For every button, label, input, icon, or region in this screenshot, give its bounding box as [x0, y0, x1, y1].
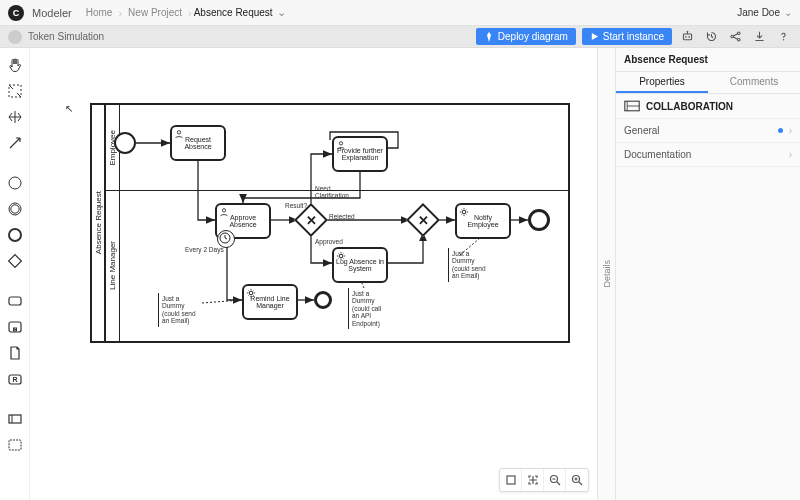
chevron-down-icon[interactable]: ⌄: [277, 6, 286, 19]
svg-point-36: [339, 254, 342, 257]
properties-row-general[interactable]: General ›: [616, 119, 800, 143]
pool-label: Absence Request: [92, 105, 106, 341]
group-tool[interactable]: [6, 436, 24, 454]
svg-point-1: [685, 36, 687, 38]
bpmn-annotation-log[interactable]: Just a Dummy (could call an API Endpoint…: [348, 288, 392, 329]
robot-task-tool[interactable]: R: [6, 370, 24, 388]
lane-manager-label: Line Manager: [106, 190, 120, 341]
bpmn-task-request-absence[interactable]: Request Absence: [170, 125, 226, 161]
row-label: Documentation: [624, 149, 691, 160]
deploy-diagram-button[interactable]: Deploy diagram: [476, 28, 576, 45]
reset-viewport-button[interactable]: [500, 469, 522, 491]
bpmn-end-event-remind[interactable]: [314, 291, 332, 309]
svg-line-44: [579, 482, 582, 485]
user-task-icon: [219, 207, 229, 217]
edge-label-need-clarification: Need Clarification: [315, 185, 355, 199]
svg-point-2: [688, 36, 690, 38]
svg-point-38: [249, 291, 252, 294]
lasso-tool[interactable]: [6, 82, 24, 100]
task-tool[interactable]: [6, 292, 24, 310]
space-tool[interactable]: [6, 108, 24, 126]
svg-line-41: [557, 482, 560, 485]
bpmn-start-event[interactable]: [114, 132, 136, 154]
deploy-label: Deploy diagram: [498, 31, 568, 42]
bpmn-task-provide-explanation[interactable]: Provide further Explanation: [332, 136, 388, 172]
help-icon[interactable]: [774, 28, 792, 46]
details-tab-label: Details: [602, 260, 612, 288]
svg-point-13: [9, 229, 21, 241]
pool-tool[interactable]: [6, 410, 24, 428]
user-menu[interactable]: Jane Doe ⌄: [737, 7, 792, 18]
subprocess-tool[interactable]: [6, 318, 24, 336]
svg-point-33: [339, 142, 342, 145]
edge-label-every-2-days: Every 2 Days: [185, 246, 224, 253]
tab-comments[interactable]: Comments: [708, 72, 800, 93]
svg-point-7: [737, 38, 740, 41]
bpmn-annotation-notify[interactable]: Just a Dummy (could send an Email): [448, 248, 492, 282]
share-icon[interactable]: [726, 28, 744, 46]
zoom-out-button[interactable]: [544, 469, 566, 491]
svg-text:R: R: [12, 376, 17, 383]
intermediate-event-tool[interactable]: [6, 200, 24, 218]
chevron-down-icon: ⌄: [784, 7, 792, 18]
section-label: COLLABORATION: [646, 101, 733, 112]
details-side-tab[interactable]: Details: [597, 48, 615, 500]
user-name: Jane Doe: [737, 7, 780, 18]
start-instance-button[interactable]: Start instance: [582, 28, 672, 45]
svg-rect-0: [683, 34, 691, 40]
row-label: General: [624, 125, 660, 136]
diagram-canvas[interactable]: Absence Request Employee Line Manager Re…: [30, 48, 597, 500]
properties-section-collaboration: COLLABORATION: [616, 94, 800, 119]
rocket-icon: [484, 32, 494, 42]
tab-properties[interactable]: Properties: [616, 72, 708, 93]
token-simulation-label: Token Simulation: [28, 31, 104, 42]
download-icon[interactable]: [750, 28, 768, 46]
bpmn-task-notify-employee[interactable]: Notify Employee: [455, 203, 511, 239]
fit-viewport-button[interactable]: [522, 469, 544, 491]
svg-rect-14: [8, 255, 21, 268]
svg-point-10: [9, 177, 21, 189]
breadcrumb-home[interactable]: Home: [86, 7, 113, 18]
bpmn-task-log-absence[interactable]: Log Absence in System: [332, 247, 388, 283]
breadcrumb-project[interactable]: New Project: [128, 7, 182, 18]
data-object-tool[interactable]: [6, 344, 24, 362]
gateway-tool[interactable]: [6, 252, 24, 270]
breadcrumb-sep: ›: [118, 7, 122, 19]
play-icon: [590, 32, 599, 41]
properties-row-documentation[interactable]: Documentation ›: [616, 143, 800, 167]
edge-label-rejected: Rejected: [329, 213, 355, 220]
properties-tabs: Properties Comments: [616, 72, 800, 94]
history-icon[interactable]: [702, 28, 720, 46]
cursor-icon: ↖: [65, 103, 73, 114]
bpmn-task-remind-manager[interactable]: Remind Line Manager: [242, 284, 298, 320]
collaboration-icon: [624, 100, 640, 112]
action-bar: Token Simulation Deploy diagram Start in…: [0, 26, 800, 48]
app-brand: Modeler: [32, 7, 72, 19]
start-event-tool[interactable]: [6, 174, 24, 192]
edge-label-approved: Approved: [315, 238, 343, 245]
user-task-icon: [174, 129, 184, 139]
svg-rect-15: [9, 297, 21, 305]
svg-rect-20: [9, 415, 21, 423]
service-task-icon: [336, 251, 346, 261]
bpmn-end-event[interactable]: [528, 209, 550, 231]
svg-point-37: [462, 210, 465, 213]
bpmn-annotation-remind[interactable]: Just a Dummy (could send an Email): [158, 293, 202, 327]
token-simulation-toggle[interactable]: [8, 30, 22, 44]
svg-point-32: [177, 131, 180, 134]
end-event-tool[interactable]: [6, 226, 24, 244]
svg-point-6: [737, 32, 740, 35]
tool-palette: R: [0, 48, 30, 500]
robot-icon[interactable]: [678, 28, 696, 46]
breadcrumb-current[interactable]: Absence Request: [194, 7, 273, 18]
connect-tool[interactable]: [6, 134, 24, 152]
svg-rect-39: [507, 476, 515, 484]
top-bar: C Modeler Home › New Project › Absence R…: [0, 0, 800, 26]
zoom-in-button[interactable]: [566, 469, 588, 491]
svg-point-8: [782, 39, 783, 40]
breadcrumb-sep: ›: [188, 7, 192, 19]
svg-point-34: [222, 209, 225, 212]
start-label: Start instance: [603, 31, 664, 42]
hand-tool[interactable]: [6, 56, 24, 74]
properties-panel: Absence Request Properties Comments COLL…: [615, 48, 800, 500]
